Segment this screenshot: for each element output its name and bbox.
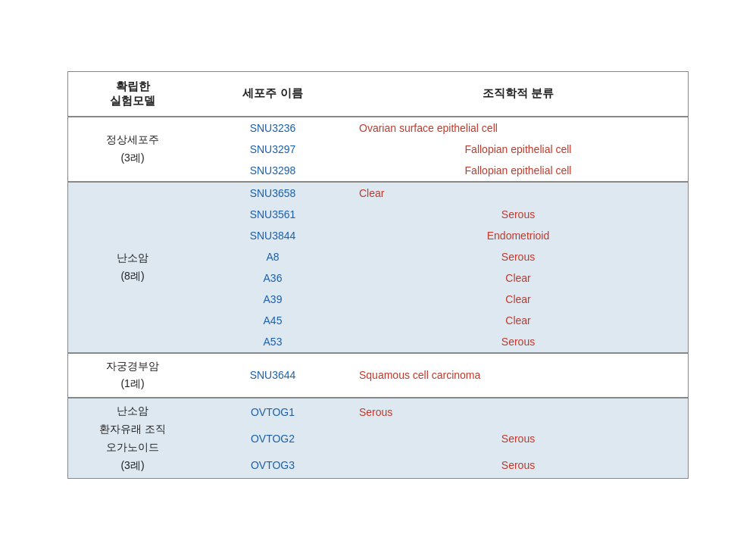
header-row: 확립한 실험모델 세포주 이름 조직학적 분류 (68, 72, 688, 117)
cell-line: SNU3658 (197, 182, 348, 204)
cell-line: SNU3236 (197, 117, 348, 139)
classification: Endometrioid (348, 225, 688, 246)
group-label: 난소암 (8례) (68, 182, 197, 353)
classification: Squamous cell carcinoma (348, 353, 688, 398)
classification: Serous (348, 204, 688, 225)
cell-line: OVTOG2 (197, 425, 348, 452)
cell-line: A45 (197, 310, 348, 331)
main-table-wrapper: 확립한 실험모델 세포주 이름 조직학적 분류 정상세포주 (3례)SNU323… (67, 71, 689, 480)
cell-line: SNU3297 (197, 139, 348, 160)
classification: Serous (348, 425, 688, 452)
classification: Serous (348, 246, 688, 267)
table-row: 정상세포주 (3례)SNU3236Ovarian surface epithel… (68, 117, 688, 139)
cell-line: A36 (197, 267, 348, 289)
classification: Fallopian epithelial cell (348, 160, 688, 182)
table-row: 자궁경부암 (1례)SNU3644Squamous cell carcinoma (68, 353, 688, 398)
col-header-classification: 조직학적 분류 (348, 72, 688, 117)
group-label: 난소암 환자유래 조직 오가노이드 (3례) (68, 398, 197, 478)
classification: Ovarian surface epithelial cell (348, 117, 688, 139)
classification: Clear (348, 289, 688, 310)
table-row: 난소암 환자유래 조직 오가노이드 (3례)OVTOG1Serous (68, 398, 688, 425)
group-label: 자궁경부암 (1례) (68, 353, 197, 398)
cell-line: A8 (197, 246, 348, 267)
cell-line: SNU3561 (197, 204, 348, 225)
data-table: 확립한 실험모델 세포주 이름 조직학적 분류 정상세포주 (3례)SNU323… (68, 72, 688, 479)
col-header-model: 확립한 실험모델 (68, 72, 197, 117)
classification: Serous (348, 398, 688, 425)
cell-line: A53 (197, 331, 348, 353)
cell-line: A39 (197, 289, 348, 310)
classification: Serous (348, 331, 688, 353)
classification: Serous (348, 452, 688, 478)
col-header-cell-line: 세포주 이름 (197, 72, 348, 117)
cell-line: OVTOG1 (197, 398, 348, 425)
cell-line: SNU3644 (197, 353, 348, 398)
classification: Clear (348, 182, 688, 204)
cell-line: OVTOG3 (197, 452, 348, 478)
table-row: 난소암 (8례)SNU3658Clear (68, 182, 688, 204)
classification: Clear (348, 310, 688, 331)
cell-line: SNU3298 (197, 160, 348, 182)
cell-line: SNU3844 (197, 225, 348, 246)
group-label: 정상세포주 (3례) (68, 117, 197, 182)
classification: Clear (348, 267, 688, 289)
classification: Fallopian epithelial cell (348, 139, 688, 160)
